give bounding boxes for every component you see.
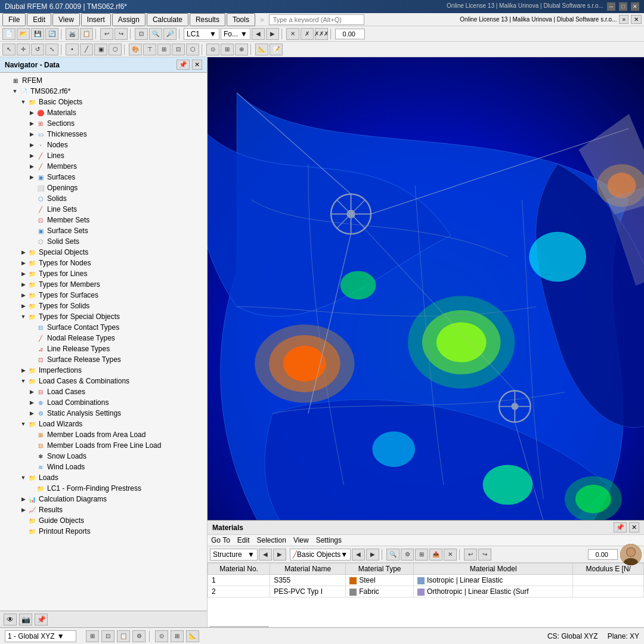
tree-item-member-line-load[interactable]: ⊟ Member Loads from Free Line Load <box>0 440 207 451</box>
panel-next-btn[interactable]: ▶ <box>273 549 286 561</box>
panel-prev-btn[interactable]: ◀ <box>259 549 272 561</box>
nav-pin-btn[interactable]: 📌 <box>177 60 190 70</box>
delete-row-btn[interactable]: ✕ <box>444 549 457 561</box>
tree-item-rfem[interactable]: ⊞ RFEM <box>0 75 207 86</box>
table-row[interactable]: 2 PES-PVC Typ I Fabric Orthotropic | Lin… <box>208 586 644 597</box>
value-input[interactable] <box>335 29 365 39</box>
basic-objects-dropdown[interactable]: ╱ Basic Objects ▼ <box>290 549 351 561</box>
menu-assign[interactable]: Assign <box>112 13 145 26</box>
value-field[interactable] <box>588 549 618 560</box>
new-btn[interactable]: 📄 <box>2 28 16 40</box>
tree-item-thicknesses[interactable]: ▶ ▭ Thicknesses <box>0 129 207 140</box>
bo-next-btn[interactable]: ▶ <box>366 549 379 561</box>
delete-btn[interactable]: ✕ <box>286 28 299 40</box>
nav-pin2-btn[interactable]: 📌 <box>35 614 48 626</box>
snap-status-btn[interactable]: ⊙ <box>155 630 168 642</box>
x-btn[interactable]: ✗ <box>301 28 314 40</box>
copy-btn[interactable]: 📋 <box>80 28 93 40</box>
table-btn[interactable]: ⊞ <box>415 549 428 561</box>
open-btn[interactable]: 📂 <box>17 28 30 40</box>
tree-item-materials[interactable]: ▶ 🔴 Materials <box>0 107 207 118</box>
materials-table-container[interactable]: Material No. Material Name Material Type… <box>208 563 644 617</box>
loadcase-dropdown[interactable]: LC1 ▼ <box>184 28 219 40</box>
status-btn3[interactable]: 📋 <box>117 630 130 642</box>
tree-item-guide-objects[interactable]: 📁 Guide Objects <box>0 515 207 526</box>
close-button[interactable]: ✕ <box>631 2 639 11</box>
tree-item-calc-diagrams[interactable]: ▶ 📊 Calculation Diagrams <box>0 494 207 504</box>
zoom-fit-btn[interactable]: ⊡ <box>135 28 148 40</box>
tree-item-snow-loads[interactable]: ❄ Snow Loads <box>0 451 207 462</box>
zoom-in-btn[interactable]: 🔍 <box>149 28 162 40</box>
online-btn[interactable]: » <box>619 15 628 24</box>
undo-btn[interactable]: ↩ <box>100 28 113 40</box>
tree-item-load-cases[interactable]: ▶ ⊟ Load Cases <box>0 386 207 397</box>
tree-item-surface-release[interactable]: ⊡ Surface Release Types <box>0 354 207 365</box>
menu-view[interactable]: View <box>52 13 80 26</box>
move-btn[interactable]: ✛ <box>17 44 30 55</box>
render-btn[interactable]: 🎨 <box>129 44 142 55</box>
find-dropdown[interactable]: Fo... ▼ <box>221 28 250 40</box>
export-btn[interactable]: 📤 <box>429 549 442 561</box>
table-row[interactable]: 1 S355 Steel Isotropic | Linear Elastic <box>208 575 644 586</box>
tree-item-line-sets[interactable]: ╱ Line Sets <box>0 204 207 215</box>
panel-menu-edit[interactable]: Edit <box>237 536 250 544</box>
rotate-btn[interactable]: ↺ <box>31 44 44 55</box>
tree-item-load-wizards[interactable]: ▼ 📁 Load Wizards <box>0 419 207 429</box>
grid-btn[interactable]: ⊞ <box>221 44 234 55</box>
refresh-btn[interactable]: 🔄 <box>45 28 58 40</box>
search-input[interactable] <box>269 14 364 25</box>
next-btn[interactable]: ▶ <box>266 28 279 40</box>
tree-item-load-combinations[interactable]: ▶ ⊕ Load Combinations <box>0 397 207 408</box>
panel-menu-goto[interactable]: Go To <box>211 536 230 544</box>
tree-item-types-special[interactable]: ▼ 📁 Types for Special Objects <box>0 311 207 322</box>
menu-calculate[interactable]: Calculate <box>147 13 188 26</box>
tree-item-types-lines[interactable]: ▶ 📁 Types for Lines <box>0 268 207 279</box>
grid-status-btn[interactable]: ⊞ <box>171 630 184 642</box>
view-top-btn[interactable]: ⊤ <box>143 44 156 55</box>
surface-btn[interactable]: ▣ <box>94 44 107 55</box>
status-btn1[interactable]: ⊞ <box>86 630 99 642</box>
print-btn[interactable]: 🖨️ <box>66 28 79 40</box>
tree-item-nodal-release[interactable]: ╱ Nodal Release Types <box>0 333 207 343</box>
view-front-btn[interactable]: ⊞ <box>157 44 171 55</box>
menu-edit[interactable]: Edit <box>27 13 51 26</box>
tree-item-line-release[interactable]: ⊿ Line Release Types <box>0 343 207 354</box>
tree-item-member-sets[interactable]: ⊡ Member Sets <box>0 215 207 225</box>
prev-btn[interactable]: ◀ <box>252 28 265 40</box>
nav-eye-btn[interactable]: 👁 <box>4 614 17 626</box>
redo-panel-btn[interactable]: ↪ <box>478 549 491 561</box>
tree-item-openings[interactable]: ⬜ Openings <box>0 182 207 193</box>
tree-item-lines[interactable]: ▶ ╱ Lines <box>0 150 207 161</box>
tree-item-tms062[interactable]: ▼ 📄 TMS062.rf6* <box>0 86 207 97</box>
tree-item-surfaces[interactable]: ▶ ▣ Surfaces <box>0 172 207 182</box>
structure-dropdown[interactable]: Structure ▼ <box>210 549 258 561</box>
view-3d-btn[interactable]: ⬡ <box>186 44 199 55</box>
tree-item-solid-sets[interactable]: ⬡ Solid Sets <box>0 236 207 247</box>
tree-item-types-solids[interactable]: ▶ 📁 Types for Solids <box>0 301 207 311</box>
select-btn[interactable]: ↖ <box>2 44 16 55</box>
snap-btn[interactable]: ⊙ <box>206 44 219 55</box>
panel-menu-settings[interactable]: Settings <box>316 536 342 544</box>
tree-item-surface-sets[interactable]: ▣ Surface Sets <box>0 225 207 236</box>
filter-btn[interactable]: 🔍 <box>386 549 400 561</box>
annotate-btn[interactable]: 📝 <box>270 44 283 55</box>
settings-btn[interactable]: ⚙ <box>401 549 414 561</box>
tree-item-results[interactable]: ▶ 📈 Results <box>0 504 207 515</box>
panel-pin-btn[interactable]: 📌 <box>614 522 627 532</box>
tree-item-members[interactable]: ▶ ╱ Members <box>0 161 207 172</box>
status-btn2[interactable]: ⊡ <box>101 630 114 642</box>
status-btn4[interactable]: ⚙ <box>132 630 145 642</box>
solid-btn[interactable]: ⬡ <box>109 44 122 55</box>
tree-item-static-analysis[interactable]: ▶ ⚙ Static Analysis Settings <box>0 408 207 419</box>
tree-item-wind-loads[interactable]: ≋ Wind Loads <box>0 462 207 472</box>
tree-item-surface-contact[interactable]: ⊟ Surface Contact Types <box>0 322 207 333</box>
redo-btn[interactable]: ↪ <box>114 28 128 40</box>
tree-item-sections[interactable]: ▶ ⊞ Sections <box>0 118 207 129</box>
close-panel-btn[interactable]: ✕ <box>631 15 642 24</box>
tree-item-types-nodes[interactable]: ▶ 📁 Types for Nodes <box>0 258 207 268</box>
save-btn[interactable]: 💾 <box>31 28 44 40</box>
measure-status-btn[interactable]: 📐 <box>186 630 199 642</box>
tree-item-solids[interactable]: ⬡ Solids <box>0 193 207 204</box>
menu-results[interactable]: Results <box>190 13 225 26</box>
maximize-button[interactable]: □ <box>619 2 627 11</box>
